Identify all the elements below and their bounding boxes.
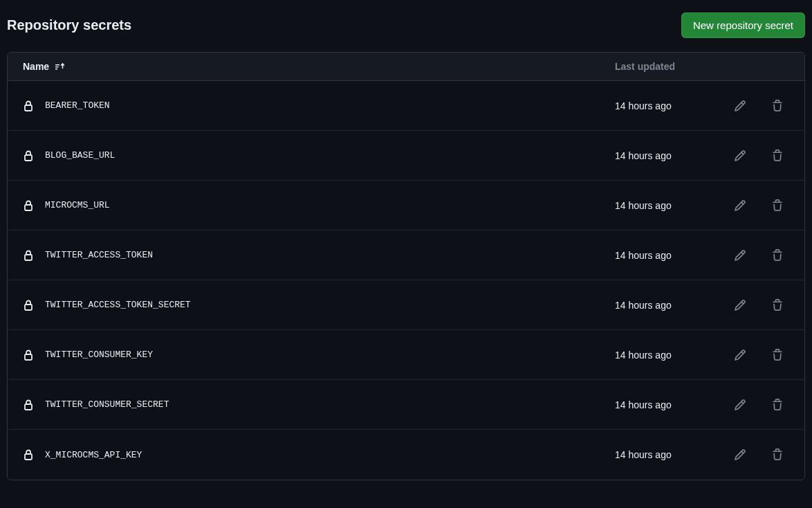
secret-updated: 14 hours ago (615, 350, 712, 361)
edit-button[interactable] (731, 296, 749, 314)
lock-icon (23, 399, 34, 411)
secret-updated: 14 hours ago (615, 250, 712, 261)
pencil-icon (734, 100, 746, 112)
table-row: BEARER_TOKEN 14 hours ago (8, 81, 804, 131)
svg-rect-7 (25, 454, 32, 460)
secret-name-cell: TWITTER_ACCESS_TOKEN_SECRET (23, 299, 615, 311)
edit-button[interactable] (731, 197, 749, 215)
svg-rect-0 (25, 105, 32, 111)
delete-button[interactable] (768, 346, 786, 364)
edit-button[interactable] (731, 346, 749, 364)
new-repository-secret-button[interactable]: New repository secret (681, 12, 805, 38)
secret-name: TWITTER_CONSUMER_KEY (45, 350, 153, 360)
secret-name-cell: TWITTER_CONSUMER_KEY (23, 349, 615, 361)
edit-button[interactable] (731, 147, 749, 165)
secret-name: TWITTER_ACCESS_TOKEN_SECRET (45, 300, 191, 310)
table-row: TWITTER_CONSUMER_KEY 14 hours ago (8, 330, 804, 380)
trash-icon (771, 249, 784, 262)
lock-icon (23, 100, 34, 112)
secret-updated: 14 hours ago (615, 300, 712, 311)
table-row: MICROCMS_URL 14 hours ago (8, 181, 804, 230)
secret-name: MICROCMS_URL (45, 200, 110, 210)
secret-actions (712, 446, 789, 464)
svg-rect-1 (25, 155, 32, 161)
pencil-icon (734, 249, 746, 262)
table-row: TWITTER_CONSUMER_SECRET 14 hours ago (8, 380, 804, 430)
lock-icon (23, 249, 34, 262)
secret-updated: 14 hours ago (615, 100, 712, 111)
secret-actions (712, 296, 789, 314)
secret-name: TWITTER_ACCESS_TOKEN (45, 250, 153, 260)
header: Repository secrets New repository secret (7, 7, 805, 41)
lock-icon (23, 299, 34, 311)
table-row: TWITTER_ACCESS_TOKEN 14 hours ago (8, 230, 804, 280)
pencil-icon (734, 299, 746, 311)
svg-rect-6 (25, 404, 32, 410)
delete-button[interactable] (768, 296, 786, 314)
delete-button[interactable] (768, 396, 786, 414)
table-row: TWITTER_ACCESS_TOKEN_SECRET 14 hours ago (8, 280, 804, 330)
secret-name: BEARER_TOKEN (45, 100, 110, 111)
edit-button[interactable] (731, 246, 749, 264)
secret-name-cell: MICROCMS_URL (23, 199, 615, 212)
secret-name-cell: BLOG_BASE_URL (23, 149, 615, 162)
sort-icon (55, 61, 66, 72)
secret-name: TWITTER_CONSUMER_SECRET (45, 399, 169, 410)
secret-name-cell: TWITTER_CONSUMER_SECRET (23, 399, 615, 411)
column-header-name[interactable]: Name (23, 61, 615, 72)
secret-updated: 14 hours ago (615, 449, 712, 460)
secret-updated: 14 hours ago (615, 200, 712, 211)
delete-button[interactable] (768, 446, 786, 464)
trash-icon (771, 299, 784, 311)
secret-name-cell: TWITTER_ACCESS_TOKEN (23, 249, 615, 262)
lock-icon (23, 448, 34, 461)
trash-icon (771, 149, 784, 162)
trash-icon (771, 100, 784, 112)
table-header: Name Last updated (8, 53, 804, 81)
pencil-icon (734, 199, 746, 212)
delete-button[interactable] (768, 97, 786, 115)
secret-updated: 14 hours ago (615, 150, 712, 161)
edit-button[interactable] (731, 396, 749, 414)
lock-icon (23, 149, 34, 162)
table-row: BLOG_BASE_URL 14 hours ago (8, 131, 804, 181)
trash-icon (771, 199, 784, 212)
secret-name: BLOG_BASE_URL (45, 150, 115, 161)
lock-icon (23, 199, 34, 212)
pencil-icon (734, 349, 746, 361)
secret-actions (712, 147, 789, 165)
secret-actions (712, 246, 789, 264)
secret-updated: 14 hours ago (615, 399, 712, 410)
svg-rect-4 (25, 305, 32, 310)
secret-actions (712, 396, 789, 414)
trash-icon (771, 399, 784, 411)
svg-rect-2 (25, 205, 32, 210)
page-title: Repository secrets (7, 17, 131, 33)
secret-actions (712, 346, 789, 364)
secret-actions (712, 197, 789, 215)
pencil-icon (734, 448, 746, 461)
secret-name-cell: X_MICROCMS_API_KEY (23, 448, 615, 461)
table-row: X_MICROCMS_API_KEY 14 hours ago (8, 430, 804, 480)
secrets-table: Name Last updated BEARER_TOKEN 14 hours … (7, 52, 805, 480)
lock-icon (23, 349, 34, 361)
trash-icon (771, 349, 784, 361)
column-header-name-label: Name (23, 61, 49, 72)
column-header-last-updated: Last updated (615, 61, 712, 72)
delete-button[interactable] (768, 197, 786, 215)
svg-rect-5 (25, 354, 32, 360)
pencil-icon (734, 149, 746, 162)
secret-actions (712, 97, 789, 115)
trash-icon (771, 448, 784, 461)
delete-button[interactable] (768, 147, 786, 165)
delete-button[interactable] (768, 246, 786, 264)
secret-name: X_MICROCMS_API_KEY (45, 450, 142, 460)
secret-name-cell: BEARER_TOKEN (23, 100, 615, 112)
pencil-icon (734, 399, 746, 411)
edit-button[interactable] (731, 97, 749, 115)
svg-rect-3 (25, 255, 32, 260)
edit-button[interactable] (731, 446, 749, 464)
